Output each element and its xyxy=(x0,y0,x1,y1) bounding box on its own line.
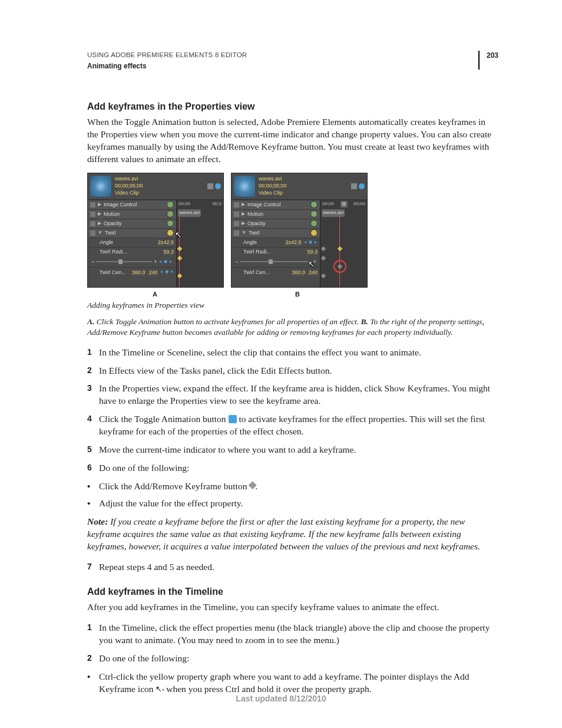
figure-label-b: B xyxy=(230,290,365,299)
expand-icon[interactable]: ▶ xyxy=(98,202,101,208)
keyframe-diamond-icon[interactable] xyxy=(177,246,182,251)
expand-icon[interactable]: ▶ xyxy=(242,211,245,218)
heading-properties-view: Add keyframes in the Properties view xyxy=(87,100,498,113)
play-icon[interactable] xyxy=(207,183,213,189)
kf-tab: waves.avi xyxy=(178,209,201,217)
step2-bullets: Ctrl-click the yellow property graph whe… xyxy=(87,671,498,696)
val-center2[interactable]: 240 xyxy=(149,269,158,276)
val-center[interactable]: 360.0 xyxy=(132,269,146,276)
prop-radius: Twirl Radi... xyxy=(243,248,271,255)
reset-icon[interactable] xyxy=(167,201,174,208)
tc-right: ▦ xyxy=(340,201,348,207)
expand-icon[interactable]: ▶ xyxy=(242,220,245,227)
steps-list-1: 1In the Timeline or Sceneline, select th… xyxy=(87,347,498,475)
figure-caption-title: Adding keyframes in Properties view xyxy=(87,300,498,311)
prop-motion: Motion xyxy=(247,210,263,218)
clip-type: Video Clip xyxy=(259,190,287,197)
figure-keyframes: waves.avi 00;00;05;00 Video Clip ▶Image … xyxy=(87,173,498,288)
panel-b: waves.avi 00;00;05;00 Video Clip ▶Image … xyxy=(231,173,368,288)
keyframe-diamond-icon[interactable] xyxy=(321,274,326,278)
prop-image-control: Image Control xyxy=(247,201,281,208)
step-text: Do one of the following: xyxy=(99,462,189,475)
stopwatch-icon[interactable] xyxy=(359,183,365,189)
val-angle[interactable]: 2x42.5 xyxy=(158,239,174,246)
reset-icon[interactable] xyxy=(167,220,174,227)
collapse-icon[interactable]: ▼ xyxy=(98,230,103,236)
clip-type: Video Clip xyxy=(115,190,143,197)
bullet-text: Adjust the value for the effect property… xyxy=(99,498,243,510)
keyframe-area[interactable]: 00;00▦00;00 waves.avi xyxy=(320,200,367,287)
keyframe-nav[interactable]: ◂ ◆ ▸ xyxy=(304,239,318,246)
val-center[interactable]: 360.0 xyxy=(292,269,305,276)
doc-title: USING ADOBE PREMIERE ELEMENTS 8 EDITOR xyxy=(87,51,247,60)
step-text: In the Properties view, expand the effec… xyxy=(99,383,498,407)
clip-name: waves.avi xyxy=(259,176,287,183)
stopwatch-icon[interactable] xyxy=(215,183,221,189)
keyframe-diamond-icon[interactable] xyxy=(321,256,326,261)
steps-list-2: 1In the Timeline, click the effect prope… xyxy=(87,622,498,665)
tc-left: 00;00 xyxy=(322,201,334,207)
play-icon[interactable] xyxy=(351,183,357,189)
step-text: In the Timeline, click the effect proper… xyxy=(99,622,498,647)
fx-icon xyxy=(90,221,95,226)
prop-radius: Twirl Radi... xyxy=(100,248,127,255)
highlight-circle-icon xyxy=(333,260,346,273)
intro-paragraph: When the Toggle Animation button is sele… xyxy=(87,116,498,166)
keyframe-diamond-icon[interactable] xyxy=(177,256,182,261)
clip-thumbnail xyxy=(90,176,111,197)
tc-left: 00;00 xyxy=(178,201,190,207)
steps-list-1-cont: 7Repeat steps 4 and 5 as needed. xyxy=(87,561,498,574)
clip-timecode: 00;00;05;00 xyxy=(115,183,143,190)
keyframe-diamond-icon[interactable] xyxy=(321,246,326,251)
note-paragraph: Note: If you create a keyframe before th… xyxy=(87,516,498,553)
val-angle[interactable]: 2x42.5 xyxy=(286,239,302,246)
step-text: In Effects view of the Tasks panel, clic… xyxy=(99,365,332,377)
reset-icon[interactable] xyxy=(167,210,174,218)
page: USING ADOBE PREMIERE ELEMENTS 8 EDITOR A… xyxy=(0,0,562,728)
chapter-title: Animating effects xyxy=(87,61,247,71)
keyframe-nav[interactable]: ◂ ◆ ▸ xyxy=(159,259,173,265)
expand-icon[interactable]: ▶ xyxy=(242,202,245,208)
fx-icon xyxy=(234,212,239,217)
step-text: Click the Toggle Animation button to act… xyxy=(99,413,498,438)
fx-icon xyxy=(90,230,95,236)
prop-opacity: Opacity xyxy=(104,220,122,227)
page-number: 203 xyxy=(478,51,498,70)
panel-a: waves.avi 00;00;05;00 Video Clip ▶Image … xyxy=(87,173,224,288)
bullet-text: Click the Add/Remove Keyframe button . xyxy=(99,480,257,493)
prop-twirl: Twirl xyxy=(105,229,116,236)
add-keyframe-cursor-icon xyxy=(156,685,164,693)
keyframe-area[interactable]: 00;0000;0 waves.avi xyxy=(176,200,223,287)
bullet-text: Ctrl-click the yellow property graph whe… xyxy=(99,671,498,696)
prop-angle: Angle xyxy=(100,239,113,246)
keyframe-nav[interactable]: ◂ ◆ ▸ xyxy=(160,269,174,275)
toggle-animation-icon[interactable] xyxy=(167,229,174,236)
expand-icon[interactable]: ▶ xyxy=(98,220,101,227)
expand-icon[interactable]: ▶ xyxy=(98,211,101,218)
reset-icon[interactable] xyxy=(310,201,318,208)
keyframe-diamond-icon[interactable] xyxy=(338,246,342,251)
step6-bullets: Click the Add/Remove Keyframe button . A… xyxy=(87,480,498,510)
fx-icon xyxy=(90,202,95,207)
kf-tab: waves.avi xyxy=(322,209,345,217)
page-header: USING ADOBE PREMIERE ELEMENTS 8 EDITOR A… xyxy=(87,51,498,71)
prop-center: Twirl Cen... xyxy=(100,269,126,276)
val-center2[interactable]: 240 xyxy=(309,269,318,276)
keyframe-diamond-icon[interactable] xyxy=(177,274,182,278)
reset-icon[interactable] xyxy=(310,220,318,227)
fx-icon xyxy=(234,221,239,226)
prop-motion: Motion xyxy=(104,210,120,218)
toggle-animation-icon[interactable] xyxy=(310,229,318,236)
fx-icon xyxy=(234,230,239,236)
prop-opacity: Opacity xyxy=(247,220,266,227)
intro-paragraph-2: After you add keyframes in the Timeline,… xyxy=(87,601,498,614)
footer-updated: Last updated 8/12/2010 xyxy=(0,693,562,704)
reset-icon[interactable] xyxy=(310,210,318,218)
collapse-icon[interactable]: ▼ xyxy=(242,230,246,236)
radius-slider[interactable] xyxy=(96,261,152,262)
figure-caption: A. Click Toggle Animation button to acti… xyxy=(87,317,498,338)
radius-slider[interactable] xyxy=(240,261,311,262)
val-radius[interactable]: 59.3 xyxy=(307,248,318,255)
prop-center: Twirl Cen... xyxy=(243,269,270,276)
val-radius[interactable]: 59.3 xyxy=(163,248,174,255)
